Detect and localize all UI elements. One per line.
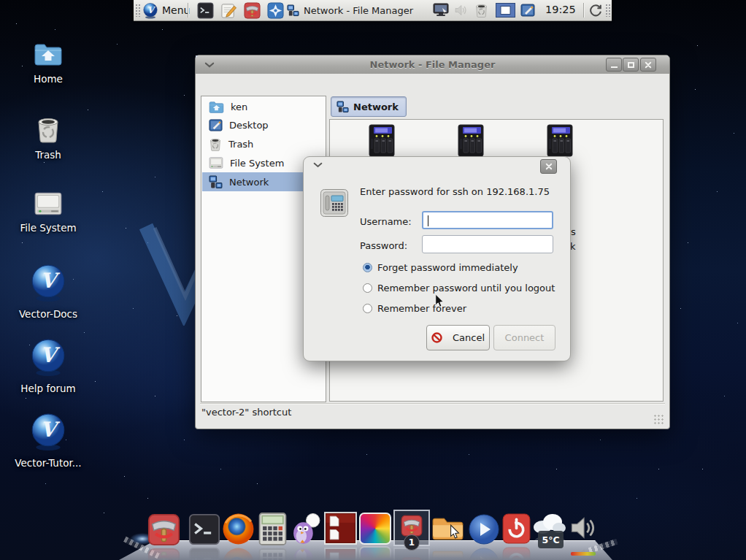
sidebar-item-label: Desktop: [229, 120, 269, 131]
dock-power-icon[interactable]: [501, 512, 531, 545]
desktop-icon-label: Help forum: [10, 383, 86, 394]
radio-forget-password-label[interactable]: Forget password immediately: [377, 262, 518, 273]
panel-handle-left[interactable]: [135, 4, 140, 17]
username-input[interactable]: [422, 211, 553, 229]
radio-remember-until-logout[interactable]: [363, 283, 372, 293]
home-folder-icon: [209, 100, 224, 114]
window-titlebar[interactable]: Network - File Manager: [196, 55, 669, 74]
network-icon: [287, 4, 299, 17]
partial-item-label: s: [571, 226, 576, 237]
terminal-launcher-icon[interactable]: [197, 2, 214, 19]
nas-device-icon[interactable]: [364, 124, 399, 158]
desktop-icon-help-forum[interactable]: Help forum: [10, 337, 86, 394]
dock-gslapt-icon[interactable]: [147, 513, 180, 546]
window-count-badge: 1: [404, 534, 420, 551]
close-icon: [645, 61, 652, 69]
ssh-password-dialog: Enter password for ssh on 192.168.1.75 U…: [303, 156, 571, 361]
keyring-safe-icon: [320, 188, 349, 218]
applications-menu-button[interactable]: Menu: [142, 1, 190, 19]
minimize-icon: [611, 66, 618, 68]
sidebar-item-label: File System: [230, 158, 284, 169]
volume-level-bar: [571, 552, 596, 556]
dock-pidgin-icon[interactable]: [290, 512, 323, 545]
network-icon: [209, 175, 223, 189]
nas-device-icon[interactable]: [453, 124, 488, 158]
radio-selected-icon: [363, 263, 372, 272]
window-resize-grip[interactable]: [653, 414, 665, 424]
dock-terminal-icon[interactable]: [188, 513, 220, 545]
panel-handle-right[interactable]: [605, 4, 610, 17]
display-tray-icon[interactable]: [433, 3, 449, 18]
dock-media-player-icon[interactable]: [468, 513, 500, 545]
dock-graphics-icon[interactable]: [359, 513, 391, 545]
taskbar-item-file-manager[interactable]: Network - File Manager: [287, 1, 413, 19]
desktop-icon-label: Vector-Tutor...: [10, 457, 86, 469]
dock-firefox-icon[interactable]: [222, 513, 255, 545]
folder-cursor-icon: [450, 524, 460, 540]
panel-separator-2: [583, 3, 584, 18]
cancel-label-text: Cancel: [453, 332, 485, 343]
desktop-icon-file-system[interactable]: File System: [10, 191, 86, 234]
close-button[interactable]: [640, 58, 656, 72]
vector-globe-icon: [29, 337, 67, 377]
trash-icon: [209, 137, 222, 151]
refresh-icon[interactable]: [589, 4, 602, 17]
vector-logo-icon: [142, 2, 158, 19]
desktop-icon: [209, 118, 223, 132]
radio-remember-forever-label[interactable]: Remember forever: [377, 303, 466, 314]
nas-device-icon[interactable]: [542, 124, 577, 158]
minimize-button[interactable]: [606, 58, 622, 72]
dock-documents-icon[interactable]: [323, 511, 358, 545]
password-label: Password:: [360, 240, 407, 251]
dialog-shade-icon[interactable]: [313, 162, 323, 168]
sidebar-item-desktop[interactable]: Desktop: [202, 115, 326, 134]
partial-item-label: k: [570, 241, 576, 252]
drive-icon: [34, 191, 63, 216]
radio-remember-until-logout-label[interactable]: Remember password until you logout: [377, 283, 555, 294]
path-button-network[interactable]: Network: [331, 96, 407, 117]
username-label: Username:: [360, 216, 412, 227]
drive-icon: [209, 156, 223, 169]
radio-forget-password[interactable]: [363, 263, 372, 272]
text-caret: [428, 215, 428, 226]
gslapt-launcher-icon[interactable]: [244, 2, 261, 19]
radio-remember-forever[interactable]: [363, 304, 372, 313]
desktop-tray-icon[interactable]: [520, 3, 535, 18]
weather-temperature-badge: 5°C: [538, 531, 564, 548]
desktop-icon-label: Vector-Docs: [10, 308, 86, 320]
desktop-icon-label: Home: [10, 73, 86, 85]
dock-calculator-icon[interactable]: [257, 512, 288, 546]
maximize-icon: [628, 62, 634, 68]
dialog-close-button[interactable]: [540, 159, 557, 174]
desktop-icon-home[interactable]: Home: [10, 41, 86, 85]
window-title: Network - File Manager: [196, 59, 669, 70]
sidebar-item-trash[interactable]: Trash: [202, 134, 326, 153]
sidebar-item-ken[interactable]: ken: [202, 97, 326, 116]
statusbar-text: "vector-2" shortcut: [201, 407, 291, 418]
gslapt-window-icon: [401, 515, 423, 537]
password-input[interactable]: [422, 235, 553, 253]
cancel-button[interactable]: ​Cancel: [426, 325, 490, 350]
maximize-button[interactable]: [623, 58, 639, 72]
text-editor-launcher-icon[interactable]: [220, 2, 237, 19]
radio-icon: [363, 304, 372, 313]
trash-icon: [34, 115, 62, 143]
vector-globe-icon: [29, 412, 67, 451]
trash-tray-icon[interactable]: [474, 3, 488, 18]
dock-volume-icon[interactable]: [567, 513, 598, 543]
desktop-icon-trash[interactable]: Trash: [10, 115, 86, 161]
desktop-icon-vector-tutorial[interactable]: Vector-Tutor...: [10, 412, 86, 469]
vasm-launcher-icon[interactable]: [267, 2, 284, 19]
workspace-pager[interactable]: [496, 3, 515, 18]
sidebar-item-label: ken: [231, 101, 247, 112]
statusbar-divider: [200, 403, 665, 404]
panel-clock[interactable]: 19:25: [545, 4, 576, 15]
volume-tray-icon[interactable]: [453, 3, 468, 18]
vector-globe-icon: [29, 263, 67, 302]
radio-icon: [363, 283, 372, 293]
close-icon: [545, 163, 553, 170]
connect-button[interactable]: Connect: [493, 325, 555, 350]
cancel-no-entry-icon: [431, 332, 442, 343]
desktop-icon-vector-docs[interactable]: Vector-Docs: [10, 263, 86, 320]
mouse-cursor: [434, 294, 445, 308]
